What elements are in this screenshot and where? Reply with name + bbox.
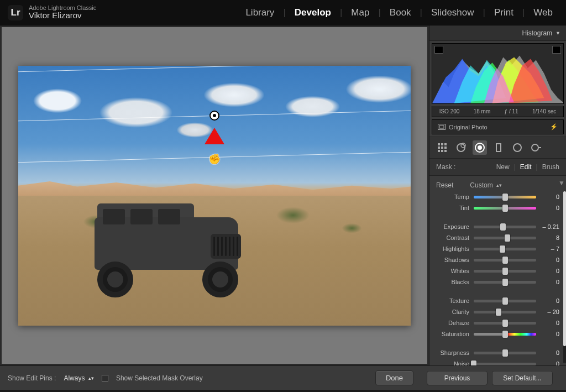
slider-track[interactable]: [474, 311, 536, 313]
highlight-clip-indicator[interactable]: [552, 46, 561, 54]
slider-knob[interactable]: [502, 331, 508, 338]
slider-track[interactable]: [474, 300, 536, 302]
module-tab-slideshow[interactable]: Slideshow: [426, 7, 480, 18]
histogram-graph: [432, 44, 563, 103]
slider-label: Dehaze: [436, 320, 469, 326]
slider-dehaze[interactable]: Dehaze0: [436, 317, 559, 328]
slider-knob[interactable]: [502, 279, 508, 286]
slider-value: – 7: [541, 245, 559, 252]
reset-button[interactable]: Reset: [436, 181, 453, 189]
previous-button[interactable]: Previous: [427, 371, 488, 385]
slider-knob[interactable]: [502, 297, 508, 305]
flash-icon[interactable]: ⚡: [550, 123, 558, 130]
histogram-header[interactable]: Histogram ▼: [429, 25, 566, 41]
slider-knob[interactable]: [502, 194, 508, 201]
slider-noise[interactable]: Noise0: [436, 358, 559, 365]
panel-disclosure-icon[interactable]: ▼: [558, 179, 565, 187]
original-photo-toggle[interactable]: Original Photo ⚡: [432, 119, 564, 134]
gradient-pin[interactable]: [209, 111, 219, 121]
slider-temp[interactable]: Temp0: [436, 191, 559, 202]
panel-scrollbar-track[interactable]: [563, 191, 566, 363]
slider-highlights[interactable]: Highlights– 7: [436, 243, 559, 254]
module-tab-book[interactable]: Book: [384, 7, 417, 18]
slider-knob[interactable]: [500, 223, 506, 231]
canvas-area[interactable]: ✊: [0, 25, 429, 365]
slider-knob[interactable]: [505, 234, 510, 242]
slider-track[interactable]: [474, 248, 536, 250]
svg-point-16: [513, 144, 521, 151]
hist-aperture: ƒ / 11: [505, 108, 518, 114]
slider-label: Saturation: [436, 331, 469, 337]
histogram-disclosure-icon[interactable]: ▼: [555, 30, 560, 36]
spot-removal-tool[interactable]: [454, 140, 468, 155]
slider-sharpness[interactable]: Sharpness0: [436, 347, 559, 358]
slider-texture[interactable]: Texture0: [436, 295, 559, 306]
slider-knob[interactable]: [500, 245, 505, 253]
annotation-arrow-icon: [205, 128, 224, 144]
slider-track[interactable]: [474, 226, 536, 228]
histogram[interactable]: [432, 43, 564, 104]
mask-mode-new[interactable]: New: [496, 163, 510, 171]
slider-saturation[interactable]: Saturation0: [436, 328, 559, 339]
slider-track[interactable]: [474, 237, 536, 239]
shadow-clip-indicator[interactable]: [434, 46, 443, 54]
slider-blacks[interactable]: Blacks0: [436, 276, 559, 288]
slider-track[interactable]: [474, 333, 536, 336]
slider-value: 0: [541, 257, 559, 263]
mask-overlay-checkbox[interactable]: [102, 375, 108, 381]
slider-clarity[interactable]: Clarity– 20: [436, 306, 559, 317]
slider-knob[interactable]: [502, 349, 508, 357]
panel-scrollbar-thumb[interactable]: [563, 191, 566, 346]
local-adjust-toolstrip: [429, 137, 566, 159]
module-tab-map[interactable]: Map: [345, 7, 375, 18]
done-button[interactable]: Done: [375, 370, 413, 385]
slider-knob[interactable]: [502, 205, 508, 212]
slider-value: 0: [541, 360, 559, 365]
graduated-filter-tool[interactable]: [473, 140, 487, 155]
slider-track[interactable]: [474, 322, 536, 325]
module-tab-develop[interactable]: Develop: [289, 7, 337, 18]
svg-rect-8: [438, 150, 440, 152]
module-tab-print[interactable]: Print: [489, 7, 519, 18]
mask-mode-edit[interactable]: Edit: [520, 163, 532, 171]
brush-tool[interactable]: [529, 140, 543, 155]
slider-knob[interactable]: [496, 309, 501, 316]
grab-cursor-icon: ✊: [208, 153, 221, 165]
slider-tint[interactable]: Tint0: [436, 202, 559, 213]
slider-value: – 20: [541, 309, 559, 315]
slider-track[interactable]: [474, 281, 536, 284]
svg-rect-10: [444, 150, 447, 152]
module-tab-library[interactable]: Library: [240, 7, 280, 18]
slider-track[interactable]: [474, 196, 536, 198]
slider-track[interactable]: [474, 363, 536, 365]
slider-exposure[interactable]: Exposure– 0.21: [436, 221, 559, 232]
set-default-button[interactable]: Set Default...: [492, 371, 553, 385]
slider-value: 0: [541, 331, 559, 337]
slider-whites[interactable]: Whites0: [436, 265, 559, 276]
profile-dropdown[interactable]: Custom ▴▾: [470, 181, 502, 189]
slider-value: 0: [541, 279, 559, 285]
photo-canvas[interactable]: ✊: [18, 66, 411, 326]
histogram-title: Histogram: [522, 29, 552, 37]
svg-point-17: [532, 144, 538, 151]
mask-overlay-label: Show Selected Mask Overlay: [116, 374, 203, 382]
mask-label: Mask :: [436, 163, 455, 171]
slider-shadows[interactable]: Shadows0: [436, 254, 559, 265]
crop-tool[interactable]: [435, 140, 449, 155]
slider-track[interactable]: [474, 270, 536, 273]
app-user: Viktor Elizarov: [29, 11, 96, 20]
show-pins-dropdown[interactable]: Always ▴▾: [64, 374, 94, 382]
redeye-tool[interactable]: [510, 140, 525, 155]
slider-knob[interactable]: [502, 257, 508, 264]
slider-knob[interactable]: [471, 360, 476, 366]
radial-filter-tool[interactable]: [491, 140, 506, 155]
slider-track[interactable]: [474, 259, 536, 262]
slider-knob[interactable]: [502, 268, 508, 275]
slider-track[interactable]: [474, 352, 536, 354]
slider-value: 0: [541, 349, 559, 356]
module-tab-web[interactable]: Web: [528, 7, 558, 18]
slider-track[interactable]: [474, 207, 536, 210]
mask-mode-brush[interactable]: Brush: [542, 163, 559, 171]
slider-contrast[interactable]: Contrast8: [436, 232, 559, 243]
slider-knob[interactable]: [502, 320, 508, 327]
